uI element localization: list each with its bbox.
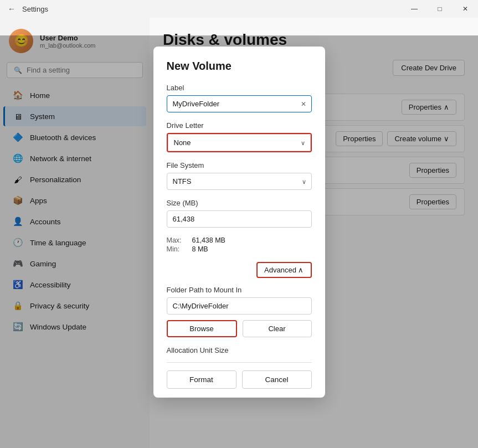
max-value: 61,438 MB	[192, 236, 225, 244]
label-input-wrap: ✕	[167, 95, 312, 112]
size-input-wrap	[167, 210, 312, 228]
dialog-title: New Volume	[167, 60, 312, 73]
size-info: Max: 61,438 MB Min: 8 MB	[167, 236, 312, 253]
minimize-button[interactable]: —	[402, 0, 427, 18]
size-min-row: Min: 8 MB	[167, 245, 312, 253]
advanced-toggle-button[interactable]: Advanced ∧	[256, 262, 311, 278]
file-system-label: File System	[167, 161, 312, 169]
size-field-label: Size (MB)	[167, 199, 312, 207]
window-controls: — □ ✕	[402, 0, 478, 18]
close-button[interactable]: ✕	[453, 0, 478, 18]
alloc-unit-label: Allocation Unit Size	[167, 346, 312, 354]
app-layout: 😊 User Demo m_lab@outlook.com 🔍 🏠 Home 🖥…	[0, 18, 478, 448]
folder-path-input[interactable]	[167, 297, 312, 315]
drive-letter-select[interactable]: None C: D: E: F:	[168, 134, 311, 151]
size-input[interactable]	[167, 210, 312, 228]
label-input[interactable]	[167, 95, 312, 112]
maximize-button[interactable]: □	[427, 0, 453, 18]
modal-overlay: New Volume Label ✕ Drive Letter None C: …	[0, 35, 478, 448]
label-field-label: Label	[167, 84, 312, 92]
format-button[interactable]: Format	[167, 370, 237, 389]
max-label: Max:	[167, 236, 183, 244]
file-system-select[interactable]: NTFS FAT32 exFAT ReFS	[167, 173, 312, 190]
size-max-row: Max: 61,438 MB	[167, 236, 312, 244]
file-system-wrap: NTFS FAT32 exFAT ReFS ∨	[167, 173, 312, 190]
back-button[interactable]: ←	[6, 2, 18, 16]
new-volume-dialog: New Volume Label ✕ Drive Letter None C: …	[153, 47, 325, 398]
advanced-btn-row: Advanced ∧	[167, 262, 312, 278]
clear-button[interactable]: Clear	[243, 320, 312, 337]
label-clear-button[interactable]: ✕	[300, 99, 307, 109]
folder-path-label: Folder Path to Mount In	[167, 286, 312, 294]
min-label: Min:	[167, 245, 183, 253]
app-title: Settings	[22, 5, 48, 13]
drive-letter-wrap: None C: D: E: F: ∨	[167, 133, 312, 152]
browse-button[interactable]: Browse	[167, 320, 237, 337]
min-value: 8 MB	[192, 245, 208, 253]
cancel-button[interactable]: Cancel	[242, 370, 312, 389]
title-bar: ← Settings — □ ✕	[0, 0, 478, 18]
dialog-footer: Format Cancel	[167, 362, 312, 389]
browse-clear-row: Browse Clear	[167, 320, 312, 337]
drive-letter-label: Drive Letter	[167, 121, 312, 130]
